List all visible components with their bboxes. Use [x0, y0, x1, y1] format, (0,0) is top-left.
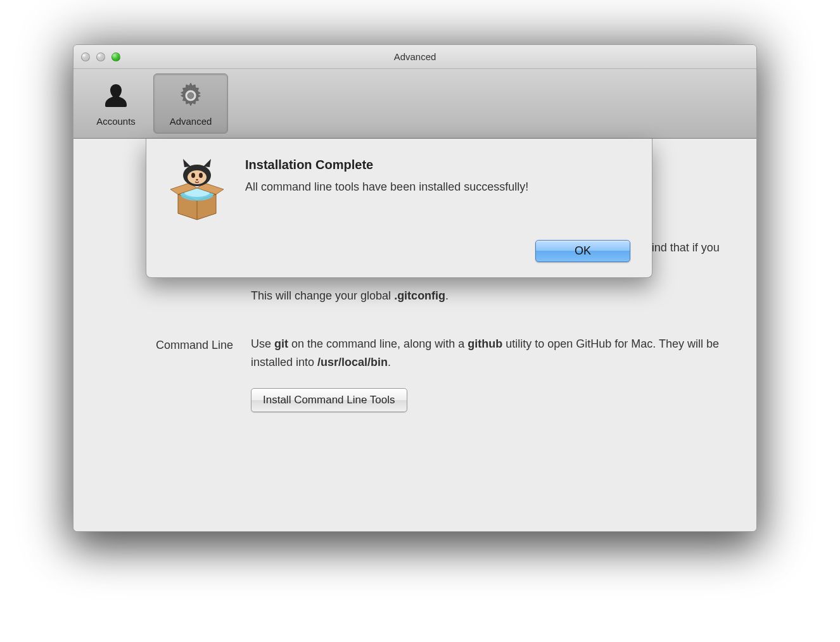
svg-point-6 — [191, 173, 195, 178]
modal-message: All command line tools have been install… — [245, 179, 630, 196]
svg-point-1 — [188, 92, 194, 99]
preferences-toolbar: Accounts Advanced — [73, 69, 756, 139]
tab-accounts[interactable]: Accounts — [79, 73, 153, 134]
window-controls — [81, 53, 120, 61]
gitconfig-info-text: This will change your global .gitconfig. — [251, 287, 725, 305]
tab-accounts-label: Accounts — [96, 116, 136, 127]
preferences-window: Advanced Accounts Advanced — [73, 44, 757, 532]
person-icon — [101, 80, 131, 111]
svg-point-7 — [199, 173, 203, 178]
svg-point-8 — [196, 179, 198, 181]
command-line-description: Use git on the command line, along with … — [251, 335, 725, 372]
installation-complete-sheet: Installation Complete All command line t… — [146, 139, 652, 278]
gear-icon — [175, 80, 206, 111]
svg-point-5 — [188, 170, 207, 184]
install-cli-tools-button[interactable]: Install Command Line Tools — [251, 388, 407, 412]
modal-title: Installation Complete — [245, 158, 630, 172]
command-line-label: Command Line — [105, 335, 251, 352]
ok-button[interactable]: OK — [535, 240, 630, 262]
tab-advanced-label: Advanced — [170, 116, 212, 127]
minimize-icon[interactable] — [96, 53, 105, 61]
close-icon[interactable] — [81, 53, 90, 61]
zoom-icon[interactable] — [111, 53, 120, 61]
tab-advanced[interactable]: Advanced — [153, 73, 228, 134]
titlebar: Advanced — [73, 45, 756, 69]
window-title: Advanced — [394, 51, 436, 62]
octocat-box-icon — [165, 158, 229, 221]
